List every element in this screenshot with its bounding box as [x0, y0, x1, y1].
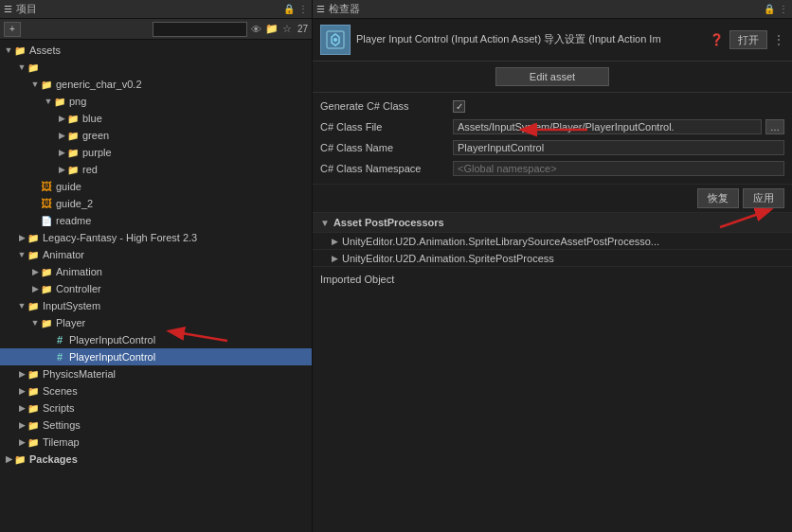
- project-toolbar: + 👁 📁 ☆ 27: [0, 19, 312, 40]
- class-file-browse-button[interactable]: …: [765, 119, 784, 134]
- inspector-header-icon: ☰: [316, 4, 325, 14]
- inspector-panel-title: 检查器: [329, 2, 360, 16]
- class-file-label: C# Class File: [320, 121, 453, 133]
- inspector-lock-icon[interactable]: 🔒: [764, 4, 775, 14]
- project-panel-header: ☰ 项目 🔒 ⋮: [0, 0, 312, 19]
- class-name-input[interactable]: [453, 140, 784, 155]
- eye-icon[interactable]: 👁: [251, 24, 261, 35]
- tree-item-png[interactable]: ▼ 📁 png: [0, 93, 312, 110]
- add-button[interactable]: +: [4, 22, 21, 37]
- folder-icon-generic-char: 📁: [40, 78, 53, 91]
- class-file-value: …: [453, 119, 784, 134]
- tree-item-scripts[interactable]: ▶ 📁 Scripts: [0, 399, 312, 417]
- tree-label-guide2: guide_2: [56, 198, 93, 209]
- more-options-icon[interactable]: ⋮: [298, 4, 308, 14]
- tree-item-playerinputcontrol1[interactable]: ▶ # PlayerInputControl: [0, 331, 312, 348]
- class-name-label: C# Class Name: [320, 142, 453, 153]
- folder-icon-red: 📁: [66, 163, 80, 176]
- tree-label-generic-char: generic_char_v0.2: [56, 79, 142, 90]
- tree-label-scenes: Scenes: [43, 385, 78, 397]
- tree-item-animation[interactable]: ▶ 📁 Animation: [0, 263, 312, 280]
- star-icon[interactable]: ☆: [282, 23, 292, 35]
- tree-item-tilemap[interactable]: ▶ 📁 Tilemap: [0, 434, 312, 451]
- tree-item-guide2[interactable]: ▶ 🖼 guide_2: [0, 195, 312, 212]
- tree-item-physicsmaterial[interactable]: ▶ 📁 PhysicsMaterial: [0, 365, 312, 382]
- processor-item-1: ▶ UnityEditor.U2D.Animation.SpriteLibrar…: [313, 233, 792, 250]
- tree-item-purple[interactable]: ▶ 📁 purple: [0, 144, 312, 161]
- tree-label-pic1: PlayerInputControl: [69, 334, 155, 346]
- processor-item-2: ▶ UnityEditor.U2D.Animation.SpritePostPr…: [313, 250, 792, 267]
- class-namespace-row: C# Class Namespace: [320, 159, 784, 178]
- expand-arrow-inputsystem: ▼: [17, 301, 27, 310]
- tree-item-scenes[interactable]: ▶ 📁 Scenes: [0, 382, 312, 399]
- asset-menu-icon[interactable]: ⋮: [773, 33, 784, 46]
- processor1-arrow: ▶: [332, 237, 338, 246]
- asset-icon-large: [320, 25, 351, 55]
- tree-label-scripts: Scripts: [43, 402, 75, 414]
- tree-item-controller[interactable]: ▶ 📁 Controller: [0, 280, 312, 297]
- tree-item-packages[interactable]: ▶ 📁 Packages: [0, 451, 312, 468]
- expand-arrow-generic-char: ▼: [30, 80, 40, 89]
- class-name-value: [453, 140, 784, 155]
- tree-item-inputsystem[interactable]: ▼ 📁 InputSystem: [0, 297, 312, 314]
- tree-item-player[interactable]: ▼ 📁 Player: [0, 314, 312, 331]
- expand-arrow-physics: ▶: [17, 369, 27, 379]
- help-icon[interactable]: ❓: [710, 33, 724, 46]
- tree-label-assets: Assets: [29, 44, 61, 56]
- expand-arrow-red: ▶: [57, 165, 66, 174]
- tree-item-guide[interactable]: ▶ 🖼 guide: [0, 178, 312, 195]
- tree-item-red[interactable]: ▶ 📁 red: [0, 161, 312, 178]
- tree-item-playerinputcontrol2[interactable]: ▶ # PlayerInputControl: [0, 348, 312, 365]
- expand-arrow-blue: ▶: [57, 114, 66, 123]
- revert-button[interactable]: 恢复: [697, 188, 739, 208]
- tree-label-pic2: PlayerInputControl: [69, 351, 155, 363]
- search-input[interactable]: [153, 22, 247, 37]
- tree-item-generic-char[interactable]: ▼ 📁 generic_char_v0.2: [0, 76, 312, 93]
- processor1-text: UnityEditor.U2D.Animation.SpriteLibraryS…: [342, 236, 659, 247]
- tree-item-settings[interactable]: ▶ 📁 Settings: [0, 417, 312, 434]
- folder-icon-blue: 📁: [66, 112, 80, 125]
- asset-name: Player Input Control (Input Action Asset…: [356, 32, 704, 46]
- lock-icon[interactable]: 🔒: [283, 4, 295, 14]
- class-file-row: C# Class File …: [320, 117, 784, 136]
- tree-label-tilemap: Tilemap: [43, 436, 80, 448]
- folder-icon-assets: 📁: [13, 44, 27, 57]
- class-namespace-input[interactable]: [453, 161, 784, 176]
- tree-label-legacy: Legacy-Fantasy - High Forest 2.3: [43, 232, 197, 243]
- expand-arrow-folder1: ▼: [17, 62, 27, 72]
- tree-item-blue[interactable]: ▶ 📁 blue: [0, 110, 312, 127]
- tree-label-green: green: [82, 130, 109, 141]
- folder-icon-purple: 📁: [66, 146, 80, 159]
- tree-item-legacy-fantasy[interactable]: ▶ 📁 Legacy-Fantasy - High Forest 2.3: [0, 229, 312, 246]
- expand-arrow-green: ▶: [57, 131, 66, 140]
- generate-class-label: Generate C# Class: [320, 100, 453, 112]
- imported-section: Imported Object: [313, 267, 792, 292]
- tree-item-green[interactable]: ▶ 📁 green: [0, 127, 312, 144]
- inspector-more-icon[interactable]: ⋮: [779, 4, 788, 14]
- folder-icon-physics: 📁: [27, 367, 40, 381]
- edit-asset-button[interactable]: Edit asset: [495, 67, 609, 86]
- expand-arrow-controller: ▶: [30, 284, 40, 293]
- tree-label-animation: Animation: [56, 266, 102, 277]
- open-button[interactable]: 打开: [729, 30, 767, 49]
- tree-item-assets[interactable]: ▼ 📁 Assets: [0, 42, 312, 59]
- svg-point-1: [333, 38, 337, 42]
- generate-class-checkbox[interactable]: ✓: [453, 100, 465, 113]
- tree-item-readme[interactable]: ▶ 📄 readme: [0, 212, 312, 229]
- expand-arrow-tilemap: ▶: [17, 437, 27, 447]
- folder-icon-legacy: 📁: [27, 231, 40, 244]
- processors-title: Asset PostProcessors: [333, 217, 444, 228]
- expand-arrow-purple: ▶: [57, 148, 66, 157]
- tree-item-folder1[interactable]: ▼ 📁: [0, 59, 312, 76]
- folder-icon-toolbar[interactable]: 📁: [265, 23, 279, 35]
- folder-icon-green: 📁: [66, 129, 80, 142]
- apply-button[interactable]: 应用: [743, 188, 784, 208]
- tree-item-animator[interactable]: ▼ 📁 Animator: [0, 246, 312, 263]
- folder-icon-folder1: 📁: [27, 61, 40, 74]
- action-bar: 恢复 应用: [313, 185, 792, 213]
- class-file-input[interactable]: [453, 119, 762, 134]
- processors-section-header[interactable]: ▼ Asset PostProcessors: [313, 213, 792, 233]
- asset-icon-guide2: 🖼: [40, 197, 53, 210]
- processor2-text: UnityEditor.U2D.Animation.SpritePostProc…: [342, 253, 554, 264]
- folder-icon-png: 📁: [53, 95, 66, 108]
